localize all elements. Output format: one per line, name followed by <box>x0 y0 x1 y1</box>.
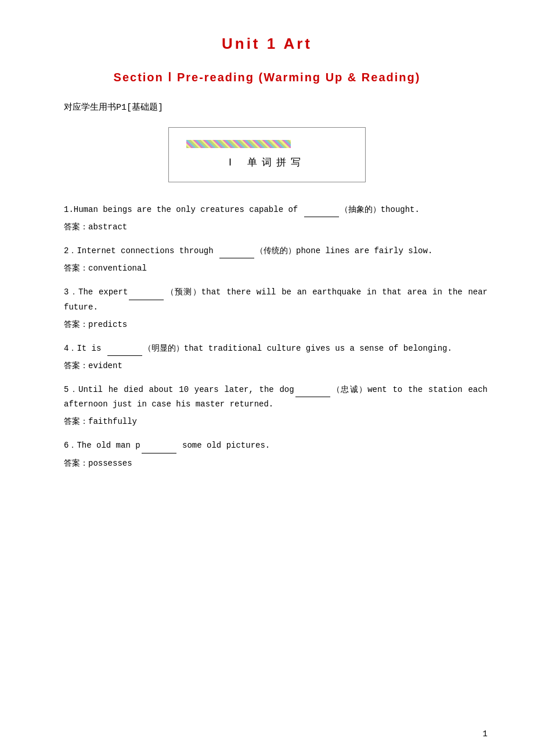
question-1-text: 1.Human beings are the only creatures ca… <box>64 203 488 217</box>
blank-2 <box>219 258 254 258</box>
card-box: Ⅰ 单词拼写 <box>168 127 366 182</box>
section-title: Section Ⅰ Pre-reading (Warming Up & Read… <box>46 70 488 84</box>
question-5: 5．Until he died about 10 years later, th… <box>46 383 488 427</box>
question-6: 6．The old man p some old pictures. 答案：po… <box>46 438 488 468</box>
subtitle: 对应学生用书P1[基础题] <box>64 102 488 113</box>
blank-6 <box>142 453 176 453</box>
answer-3: 答案：predicts <box>64 319 488 330</box>
question-3: 3．The expert（预测）that there will be an ea… <box>46 285 488 329</box>
blank-3 <box>129 300 164 300</box>
page-number: 1 <box>483 729 488 739</box>
question-2-text: 2．Internet connections through （传统的）phon… <box>64 244 488 258</box>
question-5-text: 5．Until he died about 10 years later, th… <box>64 383 488 412</box>
questions-container: 1.Human beings are the only creatures ca… <box>46 203 488 469</box>
question-1: 1.Human beings are the only creatures ca… <box>46 203 488 232</box>
question-4: 4．It is （明显的）that traditional culture gi… <box>46 341 488 371</box>
page-title: Unit 1 Art <box>46 35 488 53</box>
question-6-text: 6．The old man p some old pictures. <box>64 438 488 453</box>
card-label: Ⅰ 单词拼写 <box>181 156 353 169</box>
blank-1 <box>304 217 339 217</box>
answer-5: 答案：faithfully <box>64 416 488 427</box>
answer-6: 答案：possesses <box>64 458 488 469</box>
answer-1: 答案：abstract <box>64 222 488 232</box>
answer-4: 答案：evident <box>64 361 488 371</box>
blank-4 <box>107 355 142 356</box>
question-4-text: 4．It is （明显的）that traditional culture gi… <box>64 341 488 356</box>
question-2: 2．Internet connections through （传统的）phon… <box>46 244 488 273</box>
answer-2: 答案：conventional <box>64 263 488 273</box>
blank-5 <box>295 397 330 397</box>
question-3-text: 3．The expert（预测）that there will be an ea… <box>64 285 488 314</box>
card-decoration <box>181 138 353 150</box>
decoration-bar <box>186 140 291 148</box>
